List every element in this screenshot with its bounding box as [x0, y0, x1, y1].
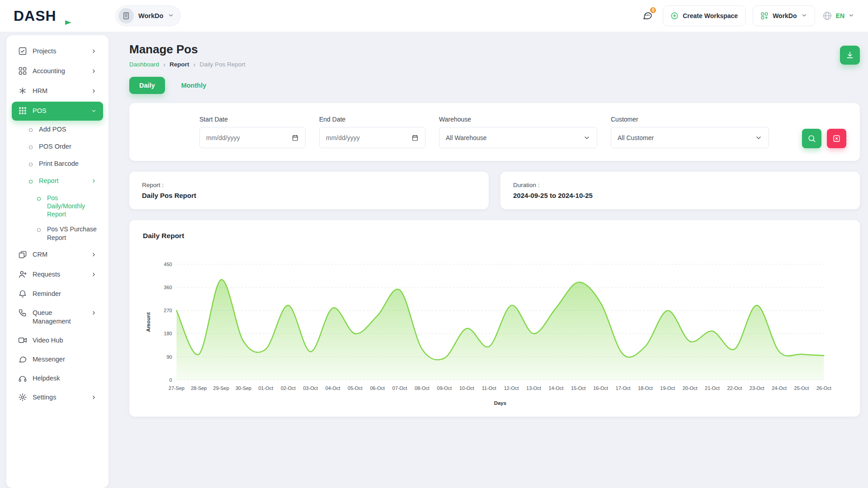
end-date-input[interactable] — [319, 127, 425, 148]
svg-text:18-Oct: 18-Oct — [638, 385, 653, 391]
user-menu-label: WorkDo — [773, 12, 797, 19]
sidebar-item-reminder[interactable]: Reminder — [12, 285, 103, 303]
sidebar-item-label: Settings — [33, 393, 85, 402]
duration-summary-value: 2024-09-25 to 2024-10-25 — [513, 192, 847, 199]
sidebar-item-video-hub[interactable]: Video Hub — [12, 331, 103, 350]
chart-title: Daily Report — [143, 232, 846, 240]
sidebar-item-requests[interactable]: Requests — [12, 265, 103, 285]
check-square-icon — [18, 47, 27, 56]
chevron-down-icon — [755, 134, 762, 141]
sidebar-item-label: Add POS — [39, 125, 97, 134]
sidebar-item-crm[interactable]: CRM — [12, 245, 103, 265]
download-button[interactable] — [840, 46, 860, 65]
svg-text:12-Oct: 12-Oct — [504, 385, 519, 391]
workspace-selector[interactable]: WorkDo — [115, 5, 181, 26]
svg-text:21-Oct: 21-Oct — [705, 385, 720, 391]
app-header: DASH WorkDo 0 Create Workspace — [0, 0, 868, 32]
sidebar-item-queue-management[interactable]: Queue Management — [12, 304, 103, 331]
chevron-right-icon — [91, 178, 97, 186]
chart-wrap: 09018027036045027-Sep28-Sep29-Sep30-Sep0… — [143, 255, 846, 408]
sidebar-item-accounting[interactable]: Accounting — [12, 62, 103, 81]
sidebar-item-pos-vs-purchase-report[interactable]: Pos VS Purchase Report — [12, 222, 103, 244]
sidebar-item-label: HRM — [33, 87, 85, 95]
chevron-right-icon — [91, 394, 97, 403]
chevron-down-icon — [583, 134, 590, 141]
chart-card: Daily Report 09018027036045027-Sep28-Sep… — [129, 220, 860, 417]
sidebar-item-settings[interactable]: Settings — [12, 388, 103, 408]
svg-text:22-Oct: 22-Oct — [727, 385, 742, 391]
search-button[interactable] — [802, 129, 821, 148]
sidebar-item-label: POS — [33, 107, 85, 115]
tab-daily[interactable]: Daily — [129, 77, 165, 94]
calendar-icon — [411, 134, 419, 141]
chevron-right-icon — [91, 48, 97, 56]
user-menu-button[interactable]: WorkDo — [753, 5, 815, 26]
customer-select[interactable]: All Customer — [611, 127, 769, 148]
svg-text:25-Oct: 25-Oct — [794, 385, 809, 391]
sidebar-item-helpdesk[interactable]: Helpdesk — [12, 369, 103, 388]
sidebar-item-label: Video Hub — [33, 336, 97, 345]
svg-text:11-Oct: 11-Oct — [482, 385, 496, 391]
sidebar-item-add-pos[interactable]: Add POS — [12, 121, 103, 138]
end-date-text-input[interactable] — [326, 134, 411, 141]
language-label: EN — [836, 12, 844, 19]
svg-text:20-Oct: 20-Oct — [683, 385, 698, 391]
sidebar-item-pos-order[interactable]: POS Order — [12, 138, 103, 155]
summary-row: Report : Daily Pos Report Duration : 202… — [129, 172, 860, 209]
svg-text:09-Oct: 09-Oct — [437, 385, 452, 391]
sidebar-item-label: Pos VS Purchase Report — [47, 225, 97, 241]
svg-text:10-Oct: 10-Oct — [459, 385, 474, 391]
tab-monthly[interactable]: Monthly — [171, 77, 217, 94]
start-date-input[interactable] — [199, 127, 306, 148]
svg-text:08-Oct: 08-Oct — [415, 385, 429, 391]
grid-icon — [18, 66, 27, 75]
breadcrumb-item-report[interactable]: Report — [170, 61, 189, 68]
start-date-text-input[interactable] — [206, 134, 292, 141]
brand-logo[interactable]: DASH — [14, 8, 115, 24]
circle-icon — [28, 127, 33, 132]
svg-text:180: 180 — [164, 331, 172, 336]
warehouse-label: Warehouse — [439, 116, 597, 123]
phone-icon — [18, 308, 27, 317]
sidebar-item-print-barcode[interactable]: Print Barcode — [12, 155, 103, 172]
chevron-down-icon — [801, 12, 807, 20]
duration-summary-label: Duration : — [513, 182, 847, 188]
breadcrumb-item-dashboard[interactable]: Dashboard — [129, 61, 159, 68]
sidebar-item-label: Report — [39, 177, 85, 185]
chevron-right-icon — [91, 271, 97, 280]
reset-button[interactable] — [827, 129, 846, 148]
sidebar-item-messenger[interactable]: Messenger — [12, 350, 103, 369]
sidebar-item-report[interactable]: Report — [12, 173, 103, 190]
start-date-field: Start Date — [199, 116, 306, 148]
svg-text:0: 0 — [169, 377, 172, 383]
language-selector[interactable]: EN — [822, 11, 854, 21]
sidebar-nav: ProjectsAccountingHRMPOSAdd POSPOS Order… — [6, 42, 108, 408]
gear-icon — [18, 393, 27, 402]
warehouse-field: Warehouse All Warehouse — [439, 116, 597, 148]
svg-text:07-Oct: 07-Oct — [392, 385, 407, 391]
chevron-right-icon — [91, 68, 97, 76]
warehouse-select[interactable]: All Warehouse — [439, 127, 597, 148]
sidebar-item-label: Projects — [33, 47, 85, 56]
sidebar-item-projects[interactable]: Projects — [12, 42, 103, 61]
daily-report-chart: 09018027036045027-Sep28-Sep29-Sep30-Sep0… — [143, 255, 846, 408]
reset-icon — [832, 134, 841, 143]
sidebar-item-label: Pos Daily/Monthly Report — [47, 194, 97, 219]
sidebar-item-pos[interactable]: POS — [12, 102, 103, 121]
customer-label: Customer — [611, 116, 769, 123]
filter-card: Start Date End Date Warehouse All Wareho… — [129, 103, 860, 161]
messages-button[interactable]: 0 — [639, 7, 656, 25]
chevron-down-icon — [848, 12, 854, 20]
report-summary-card: Report : Daily Pos Report — [129, 172, 489, 209]
chat-icon — [18, 355, 27, 364]
svg-text:16-Oct: 16-Oct — [593, 385, 608, 391]
create-workspace-button[interactable]: Create Workspace — [663, 5, 745, 26]
sidebar-item-label: Accounting — [33, 67, 85, 75]
chevron-right-icon — [91, 88, 97, 96]
headphones-icon — [18, 374, 27, 383]
search-icon — [807, 134, 816, 143]
svg-text:90: 90 — [166, 354, 172, 360]
sidebar-item-hrm[interactable]: HRM — [12, 82, 103, 101]
sidebar-item-pos-daily-monthly-report[interactable]: Pos Daily/Monthly Report — [12, 191, 103, 222]
bell-icon — [18, 289, 27, 298]
